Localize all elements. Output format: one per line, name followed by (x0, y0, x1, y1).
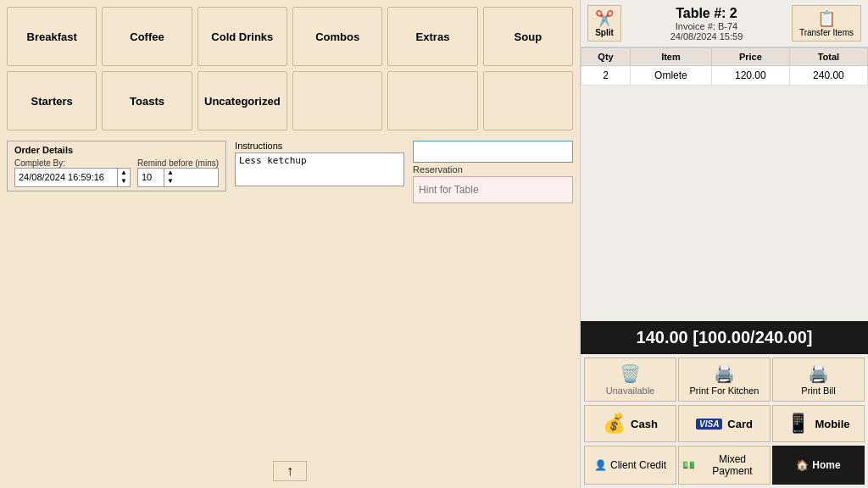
scroll-btn-area: ↑ (7, 454, 573, 481)
remind-input[interactable]: ▲ ▼ (137, 168, 219, 187)
order-details-box: Order Details Complete By: ▲ ▼ Remind be… (7, 141, 226, 191)
cell-price: 120.00 (711, 66, 789, 86)
home-icon: 🏠 (796, 459, 809, 471)
category-soup[interactable]: Soup (483, 7, 573, 66)
order-table-container: Qty Item Price Total 2Omlete120.00240.00 (581, 47, 868, 321)
trash-icon: 🗑️ (620, 363, 641, 384)
scroll-up-button[interactable]: ↑ (273, 461, 307, 481)
complete-by-field[interactable] (15, 170, 117, 184)
col-qty: Qty (581, 48, 631, 66)
mixed-payment-button[interactable]: 💵 Mixed Payment (678, 446, 771, 485)
printer-bill-icon: 🖨️ (808, 363, 829, 384)
category-empty-3 (483, 71, 573, 130)
invoice-datetime: 24/08/2024 15:59 (628, 31, 785, 42)
mixed-payment-icon: 💵 (682, 459, 695, 471)
card-label: Card (727, 418, 753, 430)
print-kitchen-label: Print For Kitchen (690, 385, 760, 396)
total-bar: 140.00 [100.00/240.00] (581, 321, 868, 354)
mobile-icon: 📱 (787, 413, 810, 435)
transfer-icon: 📋 (817, 9, 836, 28)
home-button[interactable]: 🏠 Home (772, 446, 865, 485)
category-coffee[interactable]: Coffee (102, 7, 192, 66)
unavailable-label: Unavailable (606, 385, 654, 396)
table-row[interactable]: 2Omlete120.00240.00 (581, 66, 868, 86)
payment-buttons-row: 💰 Cash VISA Card 📱 Mobile (581, 405, 868, 446)
client-credit-label: Client Credit (610, 459, 666, 471)
remind-spinner-up[interactable]: ▲ (164, 169, 176, 177)
complete-by-spinner[interactable]: ▲ ▼ (117, 169, 130, 186)
table-info: Table #: 2 Invoice #: B-74 24/08/2024 15… (628, 6, 785, 42)
instructions-textarea[interactable]: Less ketchup (235, 152, 404, 186)
split-icon: ✂️ (595, 9, 614, 28)
remind-label: Remind before (mins) (137, 158, 219, 168)
table-header: ✂️ Split Table #: 2 Invoice #: B-74 24/0… (581, 0, 868, 47)
spinner-up[interactable]: ▲ (118, 169, 130, 177)
right-panel: ✂️ Split Table #: 2 Invoice #: B-74 24/0… (580, 0, 868, 488)
split-button[interactable]: ✂️ Split (587, 5, 621, 42)
left-panel: Breakfast Coffee Cold Drinks Combos Extr… (0, 0, 580, 488)
bottom-buttons-row: 👤 Client Credit 💵 Mixed Payment 🏠 Home (581, 446, 868, 488)
category-row-1: Breakfast Coffee Cold Drinks Combos Extr… (7, 7, 573, 66)
print-bill-button[interactable]: 🖨️ Print Bill (772, 358, 865, 402)
reservation-input[interactable] (413, 176, 573, 203)
transfer-button[interactable]: 📋 Transfer Items (792, 5, 861, 42)
cell-total: 240.00 (789, 66, 867, 86)
table-number: Table #: 2 (628, 6, 785, 21)
order-details-section: Order Details Complete By: ▲ ▼ Remind be… (7, 141, 573, 203)
category-toasts[interactable]: Toasts (102, 71, 192, 130)
action-buttons-row: 🗑️ Unavailable 🖨️ Print For Kitchen 🖨️ P… (581, 354, 868, 405)
category-cold-drinks[interactable]: Cold Drinks (198, 7, 287, 66)
search-input[interactable] (413, 141, 573, 163)
transfer-label: Transfer Items (799, 28, 854, 37)
remind-field[interactable] (138, 170, 164, 184)
order-details-fields: Complete By: ▲ ▼ Remind before (mins) (14, 158, 219, 187)
category-breakfast[interactable]: Breakfast (7, 7, 97, 66)
category-starters[interactable]: Starters (7, 71, 97, 130)
print-bill-label: Print Bill (801, 385, 835, 396)
client-credit-button[interactable]: 👤 Client Credit (584, 446, 676, 485)
mobile-label: Mobile (815, 418, 849, 430)
instructions-box: Instructions Less ketchup (235, 141, 404, 190)
client-credit-icon: 👤 (594, 459, 607, 471)
visa-logo: VISA (696, 419, 722, 430)
category-empty-1 (292, 71, 382, 130)
col-item: Item (631, 48, 712, 66)
cell-qty: 2 (581, 66, 631, 86)
remind-spinner-down[interactable]: ▼ (164, 177, 176, 186)
print-kitchen-button[interactable]: 🖨️ Print For Kitchen (678, 358, 771, 402)
instructions-label: Instructions (235, 141, 404, 151)
category-empty-2 (387, 71, 477, 130)
category-combos[interactable]: Combos (292, 7, 382, 66)
cell-item: Omlete (631, 66, 712, 86)
category-row-2: Starters Toasts Uncategorized (7, 71, 573, 130)
split-label: Split (595, 28, 614, 37)
cash-icon: 💰 (603, 413, 626, 435)
card-button[interactable]: VISA Card (678, 405, 771, 442)
reservation-box: Reservation (413, 141, 573, 203)
order-table: Qty Item Price Total 2Omlete120.00240.00 (581, 47, 868, 86)
remind-spinner[interactable]: ▲ ▼ (164, 169, 176, 186)
printer-kitchen-icon: 🖨️ (714, 363, 735, 384)
category-extras[interactable]: Extras (387, 7, 477, 66)
invoice-number: Invoice #: B-74 (628, 21, 785, 31)
mobile-button[interactable]: 📱 Mobile (772, 405, 865, 442)
reservation-label: Reservation (413, 164, 573, 175)
cash-button[interactable]: 💰 Cash (584, 405, 676, 442)
col-price: Price (711, 48, 789, 66)
col-total: Total (789, 48, 867, 66)
complete-by-input[interactable]: ▲ ▼ (14, 168, 131, 187)
home-label: Home (812, 459, 840, 471)
unavailable-button[interactable]: 🗑️ Unavailable (584, 358, 676, 402)
complete-by-label: Complete By: (14, 158, 131, 168)
order-details-title: Order Details (14, 145, 219, 155)
category-uncategorized[interactable]: Uncategorized (198, 71, 287, 130)
complete-by-group: Complete By: ▲ ▼ (14, 158, 131, 187)
cash-label: Cash (631, 418, 658, 430)
mixed-payment-label: Mixed Payment (698, 453, 766, 477)
remind-group: Remind before (mins) ▲ ▼ (137, 158, 219, 187)
spinner-down[interactable]: ▼ (118, 177, 130, 186)
